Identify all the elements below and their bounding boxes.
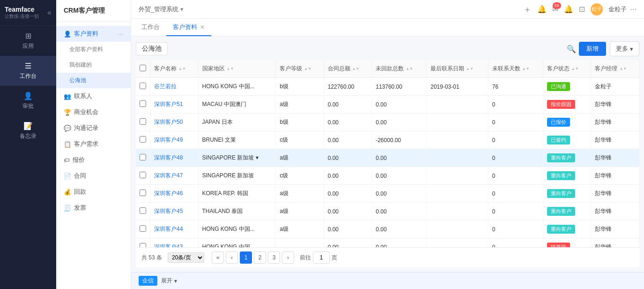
secondary-nav-item-opportunities[interactable]: 🏆 商业机会 (56, 104, 131, 120)
row-checkbox[interactable] (140, 118, 146, 125)
tab-customers-close[interactable]: ✕ (200, 24, 205, 30)
row-name[interactable]: 深圳客户44 (150, 221, 199, 238)
row-name[interactable]: 深圳客户45 (150, 203, 199, 221)
table-row[interactable]: 深圳客户50 JAPAN 日本 b级 0.00 0.00 0 已报价 彭华锋 (136, 114, 639, 131)
row-checkbox[interactable] (140, 243, 146, 247)
page-next-button[interactable]: › (282, 251, 294, 264)
page-1-button[interactable]: 1 (240, 251, 252, 264)
customers-more-button[interactable]: ··· (118, 30, 123, 38)
secondary-nav-item-pool-label: 公海池 (69, 76, 86, 84)
table-row[interactable]: 深圳客户46 KOREA REP. 韩国 a级 0.00 0.00 0 重向客户… (136, 185, 639, 203)
sidebar-item-apps[interactable]: ⊞ 应用 (0, 26, 56, 56)
secondary-nav-item-all-customers[interactable]: 全部客户资料 (56, 42, 131, 57)
col-level: 客户等级▲▼ (276, 60, 324, 78)
row-level: a级 (276, 96, 324, 114)
page-3-button[interactable]: 3 (268, 251, 280, 264)
table-row[interactable]: 深圳客户49 BRUNEI 文莱 c级 0.00 -26000.00 0 已签约… (136, 131, 639, 149)
page-jump-input[interactable] (313, 251, 330, 264)
row-name[interactable]: 谷兰若拉 (150, 78, 199, 96)
secondary-nav-item-payment[interactable]: 💰 回款 (56, 184, 131, 200)
secondary-nav-item-invoice[interactable]: 🧾 发票 (56, 200, 131, 216)
row-manager: 彭华锋 (591, 238, 639, 248)
row-level: b级 (276, 78, 324, 96)
row-status: 重向客户 (543, 185, 591, 203)
bottom-expand-button[interactable]: 展开 ▾ (161, 277, 177, 285)
page-size-select[interactable]: 20条/页 50条/页 100条/页 (168, 252, 204, 263)
approval-icon: 👤 (23, 91, 33, 100)
row-country: JAPAN 日本 (198, 114, 276, 131)
row-checkbox[interactable] (140, 207, 146, 214)
table-row[interactable]: 深圳客户47 SINGAPORE 新加坡 c级 0.00 0.00 0 重向客户… (136, 167, 639, 185)
page-first-button[interactable]: « (212, 251, 224, 264)
add-record-button[interactable]: 新增 (579, 42, 606, 56)
row-name[interactable]: 深圳客户51 (150, 96, 199, 114)
row-checkbox[interactable] (140, 154, 146, 160)
system-title: 外贸_管理系统 ▾ (139, 5, 184, 14)
row-last-contact (427, 96, 489, 114)
more-actions-button[interactable]: 更多 ▾ (610, 41, 639, 56)
row-name[interactable]: 深圳客户46 (150, 185, 199, 203)
username-label[interactable]: 金粒子 (608, 5, 627, 14)
topbar-more-button[interactable]: ··· (630, 5, 637, 14)
select-all-checkbox[interactable] (140, 65, 146, 71)
row-checkbox[interactable] (140, 100, 146, 107)
row-checkbox-cell (136, 221, 150, 238)
row-status: 重向客户 (543, 221, 591, 238)
table-row[interactable]: 深圳客户48 SINGAPORE 新加坡 ▾ a级 0.00 0.00 0 重向… (136, 149, 639, 167)
row-checkbox[interactable] (140, 172, 146, 178)
sidebar-collapse-button[interactable]: « (47, 8, 52, 17)
row-name[interactable]: 深圳客户47 (150, 167, 199, 185)
row-days: 0 (488, 185, 543, 203)
notification-icon[interactable]: 🔔 (564, 5, 573, 14)
opportunities-icon: 🏆 (64, 109, 71, 116)
page-size-selector[interactable]: 20条/页 50条/页 100条/页 (168, 252, 204, 263)
col-checkbox (136, 60, 150, 78)
secondary-nav-item-needs[interactable]: 📋 客户需求 (56, 136, 131, 152)
row-days: 0 (488, 131, 543, 149)
row-name[interactable]: 深圳客户50 (150, 114, 199, 131)
row-checkbox[interactable] (140, 225, 146, 232)
table-row[interactable]: 深圳客户43 HONG KONG 中国... -- 0.00 0.00 0 续签… (136, 238, 639, 248)
grid-icon[interactable]: ⊡ (579, 5, 585, 14)
secondary-nav-item-mine[interactable]: 我创建的 (56, 57, 131, 73)
secondary-nav-item-payment-label: 回款 (74, 188, 86, 196)
secondary-nav-item-communications[interactable]: 💬 沟通记录 (56, 120, 131, 136)
mail-icon[interactable]: ✉ 58 (552, 5, 558, 14)
page-prev-button[interactable]: ‹ (226, 251, 238, 264)
row-checkbox[interactable] (140, 190, 146, 196)
search-button[interactable]: 🔍 (564, 41, 579, 56)
table-row[interactable]: 谷兰若拉 HONG KONG 中国... b级 122760.00 113760… (136, 78, 639, 96)
topbar-icons: ＋ 🔔 ✉ 58 🔔 ⊡ 粒子 金粒子 (523, 3, 627, 15)
notes-icon: 📝 (23, 122, 33, 130)
page-jump-unit: 页 (332, 254, 337, 262)
row-checkbox-cell (136, 238, 150, 248)
bell-icon[interactable]: 🔔 (537, 5, 547, 14)
user-avatar[interactable]: 粒子 (591, 3, 603, 15)
row-checkbox[interactable] (140, 136, 146, 143)
secondary-nav-item-customers[interactable]: 👤 客户资料 ··· (56, 26, 131, 42)
secondary-nav-item-contacts[interactable]: 👥 联系人 (56, 88, 131, 104)
sidebar-item-workbench[interactable]: ☰ 工作台 (0, 56, 56, 86)
row-country: KOREA REP. 韩国 (198, 185, 276, 203)
system-dropdown-icon[interactable]: ▾ (180, 6, 184, 13)
secondary-nav-item-pool[interactable]: 公海池 (56, 73, 131, 88)
table-row[interactable]: 深圳客户45 THAILAND 泰国 a级 0.00 0.00 0 重向客户 彭… (136, 203, 639, 221)
status-badge: 续签约 (547, 243, 570, 247)
row-checkbox[interactable] (140, 83, 146, 89)
row-name[interactable]: 深圳客户48 (150, 149, 199, 167)
add-button[interactable]: ＋ (523, 4, 532, 15)
table-row[interactable]: 深圳客户51 MACAU 中国澳门 a级 0.00 0.00 0 报价跟固 彭华… (136, 96, 639, 114)
secondary-nav-item-quote[interactable]: 🏷 报价 (56, 152, 131, 168)
row-contract: 0.00 (324, 96, 372, 114)
secondary-nav-item-contract[interactable]: 📄 合同 (56, 168, 131, 184)
status-badge: 重向客户 (547, 225, 575, 234)
sidebar-item-notes[interactable]: 📝 备忘录 (0, 116, 56, 146)
row-checkbox-cell (136, 96, 150, 114)
tab-workbench[interactable]: 工作台 (135, 19, 166, 36)
tab-customers[interactable]: 客户资料 ✕ (166, 19, 211, 36)
sidebar-item-approval[interactable]: 👤 审批 (0, 86, 56, 116)
row-name[interactable]: 深圳客户49 (150, 131, 199, 149)
page-2-button[interactable]: 2 (254, 251, 266, 264)
row-name[interactable]: 深圳客户43 (150, 238, 199, 248)
table-row[interactable]: 深圳客户44 HONG KONG 中国... a级 0.00 0.00 0 重向… (136, 221, 639, 238)
